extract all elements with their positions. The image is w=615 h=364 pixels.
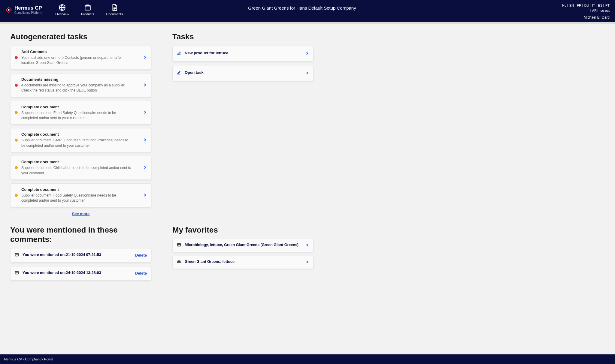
footer-text: Hermus CP - Compliancy Portal bbox=[4, 357, 53, 361]
favorite-icon bbox=[177, 260, 181, 265]
chevron-right-icon bbox=[305, 243, 309, 248]
autogen-task-card[interactable]: Complete document Supplier document: Foo… bbox=[10, 101, 151, 125]
topbar: Hermus CP Compliancy Platform Overview P… bbox=[0, 0, 615, 24]
mentions-section: You were mentioned in these comments: Yo… bbox=[10, 225, 151, 284]
autogenerated-tasks-section: Autogenerated tasks Add Contacts You mus… bbox=[10, 32, 151, 216]
mention-icon bbox=[15, 253, 19, 258]
autogen-task-title: Complete document bbox=[21, 160, 140, 164]
chevron-right-icon bbox=[305, 71, 309, 76]
language-row-2: | AR| log out bbox=[562, 8, 610, 13]
lang-en[interactable]: EN bbox=[569, 4, 574, 7]
page-title: Green Giant Greens for Hans Default Setu… bbox=[248, 5, 356, 11]
autogen-task-desc: 4 documents are missing to approve your … bbox=[21, 83, 132, 93]
autogenerated-tasks-heading: Autogenerated tasks bbox=[10, 32, 151, 41]
favorite-icon bbox=[177, 243, 181, 248]
task-title: Open task bbox=[185, 70, 204, 75]
status-dot-icon bbox=[15, 139, 18, 142]
autogen-task-title: Complete document bbox=[21, 132, 140, 137]
brand-title: Hermus CP bbox=[14, 5, 42, 11]
tasks-heading: Tasks bbox=[172, 32, 314, 41]
status-dot-icon bbox=[15, 111, 18, 114]
lang-es[interactable]: ES bbox=[598, 4, 602, 7]
brand: Hermus CP Compliancy Platform bbox=[5, 5, 42, 14]
logout-link[interactable]: log out bbox=[600, 9, 610, 12]
chevron-right-icon bbox=[305, 260, 309, 265]
task-card[interactable]: Open task bbox=[172, 65, 314, 81]
chevron-right-icon bbox=[143, 55, 147, 60]
task-title: New product for lettuce bbox=[185, 51, 228, 55]
nav-documents-label: Documents bbox=[106, 12, 123, 16]
favorite-title: Microbiology, lettuce, Green Giant Green… bbox=[185, 243, 302, 247]
language-row-1: NL| EN| FR| DU| IT| ES| PT bbox=[562, 3, 610, 8]
nav-overview[interactable]: Overview bbox=[55, 4, 69, 16]
autogen-task-title: Documents missing bbox=[21, 77, 140, 82]
autogen-task-title: Complete document bbox=[21, 105, 140, 109]
favorites-section: My favorites Microbiology, lettuce, Gree… bbox=[172, 225, 314, 284]
autogen-task-title: Add Contacts bbox=[21, 50, 140, 54]
nav-products[interactable]: Products bbox=[81, 4, 94, 16]
autogen-task-title: Complete document bbox=[21, 187, 140, 192]
lang-it[interactable]: IT bbox=[592, 4, 595, 7]
documents-icon bbox=[111, 4, 118, 11]
brand-subtitle: Compliancy Platform bbox=[14, 11, 42, 14]
autogen-task-desc: Supplier document: Food Safety Questionn… bbox=[21, 110, 132, 121]
autogen-task-desc: Supplier document: Child labor needs to … bbox=[21, 165, 132, 176]
autogen-task-card[interactable]: Add Contacts You must add one or more Co… bbox=[10, 46, 151, 70]
autogen-task-desc: You must add one or more Contacts (perso… bbox=[21, 55, 132, 66]
chevron-right-icon bbox=[143, 165, 147, 170]
see-more-link[interactable]: See more bbox=[72, 212, 90, 216]
chevron-right-icon bbox=[143, 137, 147, 143]
autogen-task-card[interactable]: Complete document Supplier document: Chi… bbox=[10, 156, 151, 180]
mention-card[interactable]: You were mentioned on:24-10-2024 13:28:0… bbox=[10, 266, 151, 281]
lang-nl[interactable]: NL bbox=[562, 4, 566, 7]
chevron-right-icon bbox=[143, 110, 147, 115]
task-card[interactable]: New product for lettuce bbox=[172, 46, 314, 62]
nav-overview-label: Overview bbox=[55, 12, 69, 16]
favorite-card[interactable]: Microbiology, lettuce, Green Giant Green… bbox=[172, 239, 314, 252]
lang-fr[interactable]: FR bbox=[577, 4, 581, 7]
brand-logo-icon bbox=[5, 7, 12, 13]
nav-products-label: Products bbox=[81, 12, 94, 16]
top-right: NL| EN| FR| DU| IT| ES| PT | AR| log out… bbox=[562, 3, 610, 20]
chevron-right-icon bbox=[305, 51, 309, 56]
svg-point-1 bbox=[8, 9, 10, 11]
overview-icon bbox=[58, 4, 66, 11]
autogen-task-card[interactable]: Complete document Supplier document: Foo… bbox=[10, 183, 151, 207]
nav-documents[interactable]: Documents bbox=[106, 4, 123, 16]
footer: Hermus CP - Compliancy Portal bbox=[0, 354, 615, 364]
mentions-heading: You were mentioned in these comments: bbox=[10, 225, 151, 244]
favorite-title: Green Giant Greens: lettuce bbox=[185, 260, 302, 264]
favorite-card[interactable]: Green Giant Greens: lettuce bbox=[172, 256, 314, 269]
autogen-task-card[interactable]: Complete document Supplier document: GMP… bbox=[10, 128, 151, 152]
tasks-section: Tasks New product for lettuce Open task bbox=[172, 32, 314, 216]
mention-card[interactable]: You were mentioned on:21-10-2024 07:21:5… bbox=[10, 248, 151, 263]
status-dot-icon bbox=[15, 56, 18, 59]
autogen-task-card[interactable]: Documents missing 4 documents are missin… bbox=[10, 73, 151, 97]
status-dot-icon bbox=[15, 194, 18, 197]
mention-title: You were mentioned on:21-10-2024 07:21:5… bbox=[23, 253, 132, 257]
status-dot-icon bbox=[15, 84, 18, 87]
svg-point-7 bbox=[178, 260, 179, 262]
edit-icon bbox=[177, 51, 181, 56]
delete-button[interactable]: Delete bbox=[135, 271, 147, 275]
products-icon bbox=[84, 4, 92, 11]
current-user: Michael B. Oard bbox=[562, 15, 610, 20]
favorites-heading: My favorites bbox=[172, 225, 314, 235]
status-dot-icon bbox=[15, 166, 18, 169]
chevron-right-icon bbox=[143, 83, 147, 88]
autogen-task-desc: Supplier document: Food Safety Questionn… bbox=[21, 193, 132, 203]
svg-point-8 bbox=[179, 260, 180, 262]
lang-ar[interactable]: AR bbox=[592, 9, 597, 12]
content: Autogenerated tasks Add Contacts You mus… bbox=[0, 24, 615, 354]
autogen-task-desc: Supplier document: GMP (Good Manufacturi… bbox=[21, 138, 132, 148]
delete-button[interactable]: Delete bbox=[135, 253, 147, 257]
lang-pt[interactable]: PT bbox=[605, 4, 610, 7]
mention-icon bbox=[15, 271, 19, 276]
lang-du[interactable]: DU bbox=[584, 4, 589, 7]
main-nav: Overview Products Documents bbox=[55, 4, 123, 16]
mention-title: You were mentioned on:24-10-2024 13:28:0… bbox=[23, 271, 132, 275]
edit-icon bbox=[177, 71, 181, 76]
svg-rect-3 bbox=[85, 6, 90, 10]
chevron-right-icon bbox=[143, 193, 147, 198]
